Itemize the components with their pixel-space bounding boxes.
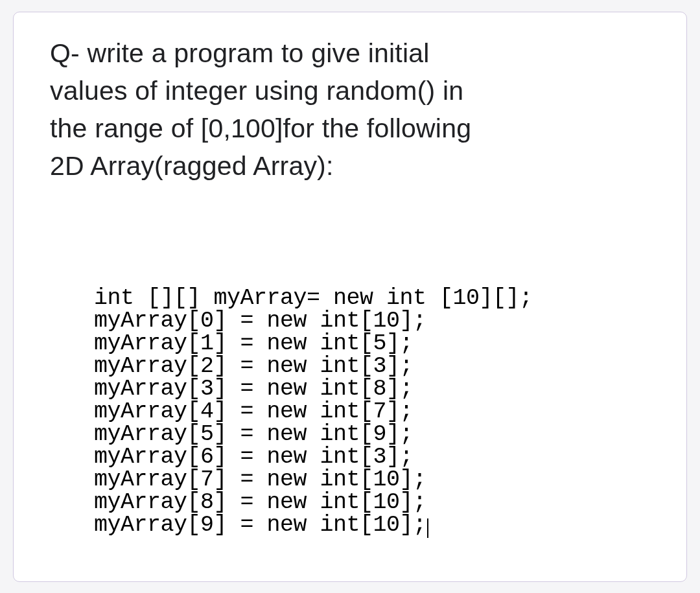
code-lhs: myArray[3] bbox=[94, 376, 227, 402]
code-rhs: = new int[10]; bbox=[227, 489, 426, 515]
text-cursor-icon bbox=[427, 518, 428, 538]
content-card: Q- write a program to give initial value… bbox=[13, 12, 687, 582]
question-line: values of integer using random() in bbox=[50, 72, 650, 110]
code-block: int [][] myArray= new int [10][];myArray… bbox=[94, 242, 650, 583]
code-lhs: myArray[5] bbox=[94, 421, 227, 447]
code-rhs: = new int[10]; bbox=[227, 512, 426, 538]
code-lhs: myArray[9] bbox=[94, 512, 227, 538]
code-row: myArray[5] = new int[9]; bbox=[94, 423, 650, 446]
code-row: myArray[6] = new int[3]; bbox=[94, 446, 650, 469]
code-rhs: = new int[10]; bbox=[227, 308, 426, 334]
code-row: myArray[3] = new int[8]; bbox=[94, 378, 650, 401]
code-row: myArray[8] = new int[10]; bbox=[94, 491, 650, 514]
code-lhs: myArray[0] bbox=[94, 308, 227, 334]
code-row: myArray[9] = new int[10]; bbox=[94, 514, 650, 538]
code-lhs: myArray[4] bbox=[94, 399, 227, 424]
question-text: Q- write a program to give initial value… bbox=[50, 34, 650, 185]
code-rhs: = new int[3]; bbox=[227, 353, 413, 379]
code-lhs: myArray[2] bbox=[94, 353, 227, 379]
code-row: myArray[2] = new int[3]; bbox=[94, 355, 650, 378]
code-rhs: = new int[10]; bbox=[227, 467, 426, 493]
code-rhs: = new int[5]; bbox=[227, 331, 413, 356]
code-lhs: myArray[7] bbox=[94, 467, 227, 493]
code-lhs: myArray[1] bbox=[94, 331, 227, 356]
question-line: Q- write a program to give initial bbox=[50, 34, 650, 72]
code-rhs: = new int[7]; bbox=[227, 399, 413, 424]
code-row: myArray[4] = new int[7]; bbox=[94, 401, 650, 423]
question-line: the range of [0,100]for the following bbox=[50, 110, 650, 147]
code-rhs: = new int[8]; bbox=[227, 376, 413, 402]
code-declaration: int [][] myArray= new int [10][]; bbox=[94, 287, 650, 310]
question-line: 2D Array(ragged Array): bbox=[50, 147, 650, 185]
code-rhs: = new int[9]; bbox=[227, 421, 413, 447]
code-rhs: = new int[3]; bbox=[227, 444, 413, 470]
code-row: myArray[7] = new int[10]; bbox=[94, 469, 650, 491]
code-lhs: myArray[8] bbox=[94, 489, 227, 515]
code-row: myArray[0] = new int[10]; bbox=[94, 310, 650, 332]
code-lhs: myArray[6] bbox=[94, 444, 227, 470]
code-row: myArray[1] = new int[5]; bbox=[94, 332, 650, 355]
